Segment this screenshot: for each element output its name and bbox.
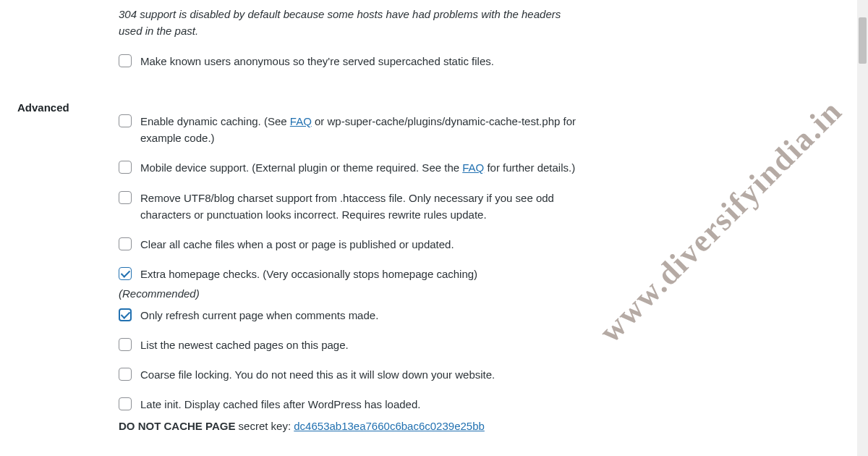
option-newest: List the newest cached pages on this pag… [119,337,579,353]
label-newest: List the newest cached pages on this pag… [140,337,579,353]
checkbox-refresh[interactable] [119,308,132,321]
label-utf8: Remove UTF8/blog charset support from .h… [140,190,579,224]
checkbox-newest[interactable] [119,338,132,351]
option-lateinit: Late init. Display cached files after Wo… [119,396,579,413]
label-coarse: Coarse file locking. You do not need thi… [140,366,579,383]
checkbox-dynamic[interactable] [119,114,132,127]
secret-key-link[interactable]: dc4653ab13ea7660c6bac6c0239e25bb [294,420,485,432]
label-dynamic: Enable dynamic caching. (See FAQ or wp-s… [140,113,579,147]
checkbox-lateinit[interactable] [119,397,132,410]
option-clear: Clear all cache files when a post or pag… [119,236,579,253]
option-homepage: Extra homepage checks. (Very occasionall… [119,266,579,282]
option-coarse: Coarse file locking. You do not need thi… [119,366,579,383]
scrollbar-thumb[interactable] [859,17,867,64]
section-label: Advanced [17,101,69,114]
note-304: 304 support is disabled by default becau… [119,6,579,40]
checkbox-utf8[interactable] [119,191,132,204]
faq-link-dynamic[interactable]: FAQ [290,115,312,127]
option-mobile: Mobile device support. (External plugin … [119,159,579,176]
checkbox-clear[interactable] [119,237,132,250]
faq-link-mobile[interactable]: FAQ [462,161,484,174]
label-mobile: Mobile device support. (External plugin … [140,159,579,176]
checkbox-homepage[interactable] [119,267,132,280]
option-refresh: Only refresh current page when comments … [119,307,579,324]
secret-key-row: DO NOT CACHE PAGE secret key: dc4653ab13… [119,418,579,434]
checkbox-mobile[interactable] [119,161,132,174]
recommended-note: (Recommended) [119,287,579,300]
label-anonymous: Make known users anonymous so they're se… [140,53,579,69]
checkbox-coarse[interactable] [119,368,132,381]
checkbox-anonymous[interactable] [119,54,132,67]
option-dynamic: Enable dynamic caching. (See FAQ or wp-s… [119,113,579,147]
label-lateinit: Late init. Display cached files after Wo… [140,396,579,413]
label-clear: Clear all cache files when a post or pag… [140,236,579,253]
label-refresh: Only refresh current page when comments … [140,307,579,324]
option-utf8: Remove UTF8/blog charset support from .h… [119,190,579,224]
scrollbar-track[interactable] [857,0,868,456]
option-anonymous: Make known users anonymous so they're se… [119,53,579,69]
label-homepage: Extra homepage checks. (Very occasionall… [140,266,579,282]
